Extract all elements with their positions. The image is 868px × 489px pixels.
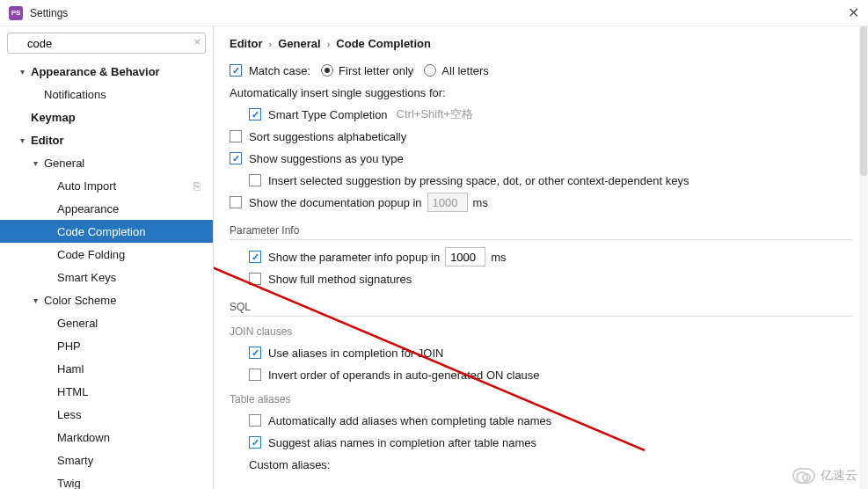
use-aliases-checkbox[interactable] xyxy=(249,347,261,359)
settings-tree: ▾Appearance & BehaviorNotificationsKeyma… xyxy=(0,60,213,489)
tree-item-label: HTML xyxy=(57,385,206,398)
close-icon[interactable]: ✕ xyxy=(848,4,859,21)
scrollbar[interactable] xyxy=(859,26,868,489)
tree-item[interactable]: Notifications xyxy=(0,83,213,106)
chevron-down-icon: ▾ xyxy=(13,67,31,77)
auto-alias-checkbox[interactable] xyxy=(249,414,261,427)
parameter-info-header: Parameter Info xyxy=(230,224,852,240)
chevron-down-icon: ▾ xyxy=(26,296,44,305)
chevron-down-icon: ▾ xyxy=(13,135,31,145)
sort-alpha-checkbox[interactable] xyxy=(230,130,242,142)
app-icon xyxy=(9,6,23,20)
tree-item[interactable]: HTML xyxy=(0,380,213,403)
tree-item-label: Haml xyxy=(57,362,206,376)
smart-type-checkbox[interactable] xyxy=(249,108,261,120)
scrollbar-thumb[interactable] xyxy=(860,26,867,176)
tree-item[interactable]: Twig xyxy=(0,471,213,489)
watermark: 亿速云 xyxy=(792,468,857,484)
tree-item-label: Editor xyxy=(31,134,206,147)
join-header: JOIN clauses xyxy=(230,325,852,338)
tree-item[interactable]: PHP xyxy=(0,334,213,357)
tree-item-label: PHP xyxy=(57,339,206,353)
tree-item-label: Notifications xyxy=(44,88,206,101)
first-letter-radio[interactable] xyxy=(321,64,333,77)
tree-item-label: Color Scheme xyxy=(44,294,206,307)
tree-item-label: General xyxy=(44,157,206,170)
invert-order-checkbox[interactable] xyxy=(249,369,261,381)
show-param-checkbox[interactable] xyxy=(249,251,261,263)
watermark-icon xyxy=(792,468,815,484)
sidebar: ⌕ × ▾Appearance & BehaviorNotificationsK… xyxy=(0,26,214,489)
tree-item-label: General xyxy=(57,317,206,330)
match-case-label: Match case: xyxy=(249,64,310,77)
tree-item-label: Markdown xyxy=(57,431,206,444)
table-alias-header: Table aliases xyxy=(230,393,852,405)
tree-item-label: Smarty xyxy=(57,454,206,467)
show-full-checkbox[interactable] xyxy=(249,273,261,285)
tree-item[interactable]: Appearance xyxy=(0,197,213,220)
tree-item[interactable]: Smarty xyxy=(0,449,213,471)
tree-item[interactable]: Keymap xyxy=(0,106,213,128)
breadcrumb: Editor›General›Code Completion xyxy=(230,37,852,50)
param-delay-input[interactable] xyxy=(445,247,485,266)
tree-item[interactable]: Smart Keys xyxy=(0,266,213,288)
show-type-checkbox[interactable] xyxy=(230,152,242,164)
doc-delay-input xyxy=(427,193,468,212)
tree-item-label: Twig xyxy=(57,477,206,490)
tree-item[interactable]: Haml xyxy=(0,357,213,380)
tree-item[interactable]: ▾Color Scheme xyxy=(0,288,213,311)
tree-item-label: Auto Import xyxy=(57,179,193,193)
sql-header: SQL xyxy=(230,301,852,317)
tree-item-label: Code Completion xyxy=(57,225,206,238)
search-input[interactable] xyxy=(7,33,206,54)
show-doc-checkbox[interactable] xyxy=(230,196,242,208)
tree-item-label: Less xyxy=(57,408,206,421)
tree-item-label: Appearance & Behavior xyxy=(31,65,206,78)
tree-item[interactable]: Auto Import⎘ xyxy=(0,174,213,197)
custom-alias-label: Custom aliases: xyxy=(249,458,330,471)
tree-item[interactable]: ▾General xyxy=(0,151,213,174)
tree-item-label: Keymap xyxy=(31,111,206,124)
suggest-alias-checkbox[interactable] xyxy=(249,436,261,449)
tree-item[interactable]: Markdown xyxy=(0,426,213,449)
title-bar: Settings ✕ xyxy=(0,0,868,26)
tree-item-label: Appearance xyxy=(57,202,206,215)
content-pane: Editor›General›Code Completion Match cas… xyxy=(214,26,868,489)
tree-item[interactable]: Code Completion xyxy=(0,220,213,243)
auto-insert-label: Automatically insert single suggestions … xyxy=(230,86,446,99)
chevron-down-icon: ▾ xyxy=(26,158,44,168)
settings-badge-icon: ⎘ xyxy=(193,179,206,192)
smart-type-shortcut: Ctrl+Shift+空格 xyxy=(397,106,473,122)
window-title: Settings xyxy=(30,7,68,19)
tree-item[interactable]: Code Folding xyxy=(0,243,213,266)
insert-space-checkbox[interactable] xyxy=(249,174,261,186)
tree-item[interactable]: ▾Editor xyxy=(0,128,213,151)
tree-item-label: Code Folding xyxy=(57,248,206,261)
tree-item[interactable]: ▾Appearance & Behavior xyxy=(0,60,213,83)
match-case-checkbox[interactable] xyxy=(230,64,242,77)
tree-item[interactable]: General xyxy=(0,311,213,334)
all-letters-radio[interactable] xyxy=(424,64,436,77)
tree-item-label: Smart Keys xyxy=(57,271,206,284)
clear-icon[interactable]: × xyxy=(193,35,201,48)
tree-item[interactable]: Less xyxy=(0,403,213,426)
